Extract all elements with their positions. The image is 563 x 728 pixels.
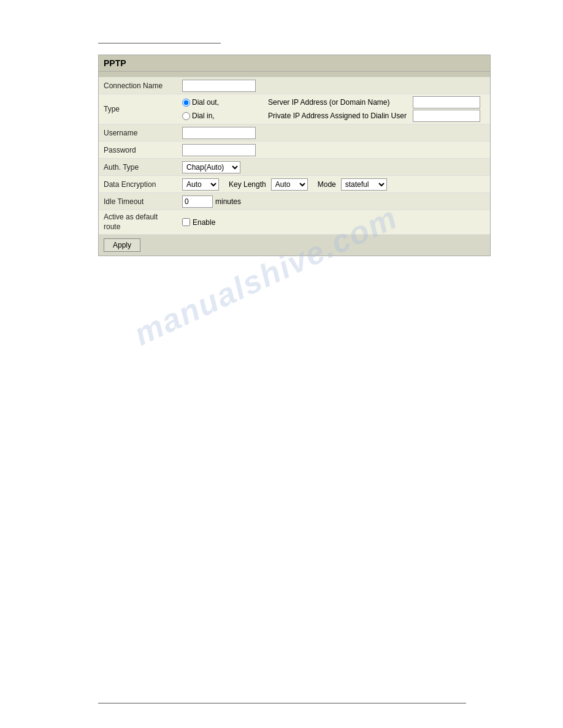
dial-in-label: Dial in, — [192, 112, 215, 120]
mode-select[interactable]: stateful stateless — [341, 178, 387, 191]
apply-button[interactable]: Apply — [104, 238, 140, 252]
idle-controls: minutes — [182, 195, 241, 208]
enable-checkbox-label[interactable]: Enable — [182, 218, 215, 227]
dial-out-radio[interactable] — [182, 99, 190, 107]
auth-type-content: Chap(Auto) PAP CHAP MS-CHAP MS-CHAPv2 — [178, 159, 490, 175]
password-label: Password — [99, 142, 178, 158]
enable-label: Enable — [193, 218, 215, 227]
page-wrapper: PPTP Connection Name Type — [0, 0, 563, 728]
dial-out-label: Dial out, — [192, 98, 219, 107]
connection-name-content — [178, 78, 490, 94]
username-row: Username — [99, 124, 490, 142]
key-length-select[interactable]: Auto 40-bit 128-bit — [271, 178, 308, 191]
password-input[interactable] — [182, 144, 256, 156]
idle-timeout-label: Idle Timeout — [99, 193, 178, 210]
private-ip-row: Private IP Address Assigned to Dialin Us… — [268, 110, 480, 122]
top-divider — [98, 43, 221, 44]
type-content: Dial out, Server IP Address (or Domain N… — [178, 94, 490, 124]
active-default-row: Active as default route Enable — [99, 210, 490, 235]
dial-in-radio[interactable] — [182, 112, 190, 120]
enable-checkbox[interactable] — [182, 218, 190, 226]
password-content — [178, 142, 490, 158]
idle-timeout-row: Idle Timeout minutes — [99, 193, 490, 210]
username-input[interactable] — [182, 127, 256, 139]
connection-name-input[interactable] — [182, 80, 256, 92]
auth-type-label: Auth. Type — [99, 159, 178, 175]
username-content — [178, 125, 490, 141]
password-row: Password — [99, 142, 490, 159]
data-encryption-label: Data Encryption — [99, 176, 178, 192]
type-row: Type Dial out, Server IP Address (or Dom… — [99, 94, 490, 124]
type-label: Type — [99, 94, 178, 124]
active-default-label: Active as default route — [99, 210, 178, 234]
private-ip-label: Private IP Address Assigned to Dialin Us… — [268, 112, 409, 120]
active-default-content: Enable — [178, 216, 490, 229]
pptp-title: PPTP — [104, 58, 126, 68]
idle-timeout-content: minutes — [178, 194, 490, 210]
mode-label: Mode — [318, 180, 336, 189]
auth-type-select[interactable]: Chap(Auto) PAP CHAP MS-CHAP MS-CHAPv2 — [182, 161, 240, 173]
data-encryption-content: Auto None DES 3DES Key Length Auto 40-bi… — [178, 176, 490, 192]
data-encryption-row: Data Encryption Auto None DES 3DES Key L… — [99, 176, 490, 193]
auth-type-row: Auth. Type Chap(Auto) PAP CHAP MS-CHAP M… — [99, 159, 490, 176]
encryption-controls: Auto None DES 3DES Key Length Auto 40-bi… — [182, 178, 387, 191]
minutes-label: minutes — [215, 197, 241, 206]
username-label: Username — [99, 124, 178, 141]
server-ip-row: Server IP Address (or Domain Name) — [268, 96, 480, 108]
apply-row: Apply — [99, 235, 490, 256]
connection-name-row: Connection Name — [99, 77, 490, 94]
server-ip-label: Server IP Address (or Domain Name) — [268, 98, 409, 107]
bottom-divider — [98, 703, 466, 703]
idle-timeout-input[interactable] — [182, 195, 213, 208]
pptp-panel: PPTP Connection Name Type — [98, 55, 491, 256]
server-ip-input[interactable] — [413, 96, 480, 108]
panel-title: PPTP — [99, 55, 490, 72]
key-length-label: Key Length — [229, 180, 266, 189]
private-ip-input[interactable] — [413, 110, 480, 122]
section-header — [99, 72, 490, 77]
data-encryption-select[interactable]: Auto None DES 3DES — [182, 178, 219, 191]
connection-name-label: Connection Name — [99, 77, 178, 94]
